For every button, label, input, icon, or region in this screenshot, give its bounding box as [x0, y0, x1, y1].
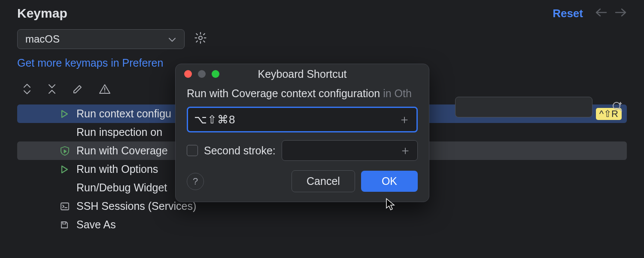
window-minimize-icon: [198, 70, 206, 78]
help-button[interactable]: ?: [187, 173, 204, 190]
second-stroke-checkbox[interactable]: [187, 145, 198, 156]
terminal-icon: [60, 202, 71, 211]
collapse-icon[interactable]: [47, 83, 57, 98]
ok-button[interactable]: OK: [361, 171, 418, 192]
forward-arrow-icon: [615, 7, 627, 19]
svg-point-0: [199, 36, 202, 40]
shield-icon: [60, 146, 71, 156]
keymap-select[interactable]: macOS: [17, 29, 185, 49]
svg-rect-3: [63, 222, 66, 224]
cancel-button[interactable]: Cancel: [292, 170, 355, 192]
shortcut-value: ⌥⇧⌘8: [194, 113, 398, 126]
warning-icon[interactable]: [99, 83, 111, 97]
action-context-text: in Oth: [383, 87, 412, 99]
list-item-label: Run/Debug Widget: [76, 181, 167, 194]
page-title: Keymap: [17, 6, 553, 21]
list-item-label: Save As: [76, 218, 116, 231]
shortcut-input[interactable]: ⌥⇧⌘8 ＋: [187, 107, 418, 132]
list-item-label: Run inspection on: [76, 126, 162, 138]
play-icon: [60, 165, 71, 174]
find-by-shortcut-icon[interactable]: [611, 101, 624, 116]
search-input[interactable]: [455, 97, 592, 117]
disk-icon: [60, 221, 71, 229]
window-zoom-icon[interactable]: [212, 70, 219, 78]
list-item-label: Run with Options: [76, 163, 158, 175]
action-name-text: Run with Coverage context configuration: [187, 87, 380, 99]
edit-icon[interactable]: [72, 83, 83, 97]
plus-icon[interactable]: ＋: [398, 111, 410, 128]
svg-rect-2: [61, 203, 69, 210]
gear-icon[interactable]: [194, 31, 207, 47]
list-item-label: SSH Sessions (Services): [76, 200, 196, 212]
window-close-icon[interactable]: [184, 70, 192, 78]
list-item-label: Run with Coverage: [76, 144, 168, 157]
second-stroke-label: Second stroke:: [204, 144, 276, 157]
list-item[interactable]: Save As: [17, 215, 627, 234]
plus-icon[interactable]: ＋: [399, 142, 411, 159]
back-arrow-icon: [595, 7, 607, 19]
action-name-label: Run with Coverage context configuration …: [187, 87, 418, 100]
expand-collapse-icon[interactable]: [22, 83, 32, 98]
play-icon: [60, 109, 71, 119]
reset-button[interactable]: Reset: [553, 7, 583, 20]
list-item-label: Run context configu: [76, 108, 171, 120]
keymap-select-value: macOS: [25, 33, 60, 45]
chevron-down-icon: [168, 33, 176, 45]
second-stroke-input[interactable]: ＋: [282, 140, 418, 161]
keyboard-shortcut-dialog: Keyboard Shortcut Run with Coverage cont…: [175, 64, 429, 202]
